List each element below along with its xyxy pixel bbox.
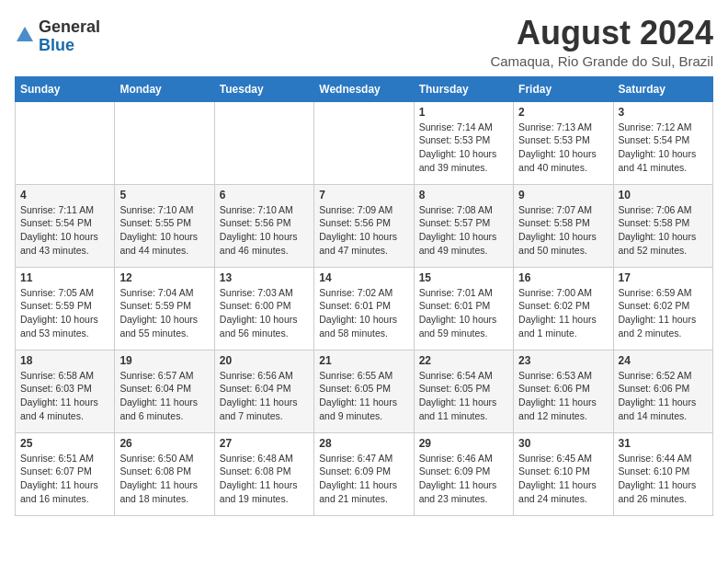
logo-icon xyxy=(15,25,35,45)
cell-content: Sunrise: 6:56 AMSunset: 6:04 PMDaylight:… xyxy=(220,369,309,423)
cell-content: Sunrise: 7:00 AMSunset: 6:02 PMDaylight:… xyxy=(518,286,608,340)
cell-content: Sunrise: 7:02 AMSunset: 6:01 PMDaylight:… xyxy=(319,286,408,340)
day-number: 3 xyxy=(619,106,708,119)
header-sunday: Sunday xyxy=(16,76,115,101)
title-section: August 2024 Camaqua, Rio Grande do Sul, … xyxy=(490,15,713,69)
cell-content: Sunrise: 7:06 AMSunset: 5:58 PMDaylight:… xyxy=(619,203,708,258)
day-number: 19 xyxy=(119,354,209,367)
cell-content: Sunrise: 6:58 AMSunset: 6:03 PMDaylight:… xyxy=(20,369,109,423)
cell-content: Sunrise: 6:52 AMSunset: 6:06 PMDaylight:… xyxy=(619,369,708,423)
cell-content: Sunrise: 7:05 AMSunset: 5:59 PMDaylight:… xyxy=(20,286,109,340)
calendar-week-1: 1Sunrise: 7:14 AMSunset: 5:53 PMDaylight… xyxy=(16,101,713,184)
calendar-cell: 31Sunrise: 6:44 AMSunset: 6:10 PMDayligh… xyxy=(613,432,712,515)
calendar-cell: 13Sunrise: 7:03 AMSunset: 6:00 PMDayligh… xyxy=(214,267,313,350)
calendar-week-2: 4Sunrise: 7:11 AMSunset: 5:54 PMDaylight… xyxy=(16,184,713,267)
day-number: 5 xyxy=(119,189,209,201)
calendar-cell: 11Sunrise: 7:05 AMSunset: 5:59 PMDayligh… xyxy=(16,267,115,350)
calendar-cell: 23Sunrise: 6:53 AMSunset: 6:06 PMDayligh… xyxy=(514,350,613,432)
page-header: General Blue August 2024 Camaqua, Rio Gr… xyxy=(15,15,713,69)
day-number: 11 xyxy=(20,271,109,284)
calendar-cell: 24Sunrise: 6:52 AMSunset: 6:06 PMDayligh… xyxy=(613,350,712,432)
calendar-cell: 18Sunrise: 6:58 AMSunset: 6:03 PMDayligh… xyxy=(16,350,115,432)
calendar-cell: 14Sunrise: 7:02 AMSunset: 6:01 PMDayligh… xyxy=(314,267,414,350)
cell-content: Sunrise: 7:12 AMSunset: 5:54 PMDaylight:… xyxy=(619,121,708,175)
day-number: 9 xyxy=(518,189,608,201)
cell-content: Sunrise: 7:04 AMSunset: 5:59 PMDaylight:… xyxy=(119,286,209,340)
day-number: 14 xyxy=(319,271,408,284)
calendar-week-3: 11Sunrise: 7:05 AMSunset: 5:59 PMDayligh… xyxy=(16,267,713,350)
calendar-cell: 6Sunrise: 7:10 AMSunset: 5:56 PMDaylight… xyxy=(214,184,313,267)
cell-content: Sunrise: 7:09 AMSunset: 5:56 PMDaylight:… xyxy=(319,203,408,258)
calendar-cell xyxy=(16,101,115,184)
header-tuesday: Tuesday xyxy=(214,76,313,101)
cell-content: Sunrise: 7:07 AMSunset: 5:58 PMDaylight:… xyxy=(518,203,608,258)
calendar-cell: 22Sunrise: 6:54 AMSunset: 6:05 PMDayligh… xyxy=(414,350,513,432)
cell-content: Sunrise: 6:46 AMSunset: 6:09 PMDaylight:… xyxy=(419,452,508,506)
calendar-cell xyxy=(214,101,313,184)
calendar-week-5: 25Sunrise: 6:51 AMSunset: 6:07 PMDayligh… xyxy=(16,432,713,515)
header-thursday: Thursday xyxy=(414,76,513,101)
calendar-cell xyxy=(314,101,414,184)
calendar-cell: 27Sunrise: 6:48 AMSunset: 6:08 PMDayligh… xyxy=(214,432,313,515)
day-number: 13 xyxy=(220,271,309,284)
cell-content: Sunrise: 6:45 AMSunset: 6:10 PMDaylight:… xyxy=(518,452,608,506)
day-number: 4 xyxy=(20,189,109,201)
calendar-cell: 17Sunrise: 6:59 AMSunset: 6:02 PMDayligh… xyxy=(613,267,712,350)
logo-general: General xyxy=(39,18,100,37)
logo: General Blue xyxy=(15,18,100,55)
day-number: 31 xyxy=(619,437,708,450)
day-number: 6 xyxy=(220,189,309,201)
cell-content: Sunrise: 7:10 AMSunset: 5:55 PMDaylight:… xyxy=(119,203,209,258)
calendar-cell: 9Sunrise: 7:07 AMSunset: 5:58 PMDaylight… xyxy=(514,184,613,267)
cell-content: Sunrise: 6:47 AMSunset: 6:09 PMDaylight:… xyxy=(319,452,408,506)
calendar-cell: 25Sunrise: 6:51 AMSunset: 6:07 PMDayligh… xyxy=(16,432,115,515)
calendar-cell: 3Sunrise: 7:12 AMSunset: 5:54 PMDaylight… xyxy=(613,101,712,184)
cell-content: Sunrise: 6:59 AMSunset: 6:02 PMDaylight:… xyxy=(619,286,708,340)
location: Camaqua, Rio Grande do Sul, Brazil xyxy=(490,53,713,69)
calendar-cell: 29Sunrise: 6:46 AMSunset: 6:09 PMDayligh… xyxy=(414,432,513,515)
header-wednesday: Wednesday xyxy=(314,76,414,101)
day-number: 2 xyxy=(518,106,608,119)
cell-content: Sunrise: 7:03 AMSunset: 6:00 PMDaylight:… xyxy=(220,286,309,340)
calendar-cell: 1Sunrise: 7:14 AMSunset: 5:53 PMDaylight… xyxy=(414,101,513,184)
calendar-cell: 2Sunrise: 7:13 AMSunset: 5:53 PMDaylight… xyxy=(514,101,613,184)
day-number: 22 xyxy=(419,354,508,367)
cell-content: Sunrise: 6:51 AMSunset: 6:07 PMDaylight:… xyxy=(20,452,109,506)
calendar-cell: 15Sunrise: 7:01 AMSunset: 6:01 PMDayligh… xyxy=(414,267,513,350)
cell-content: Sunrise: 7:13 AMSunset: 5:53 PMDaylight:… xyxy=(518,121,608,175)
cell-content: Sunrise: 6:57 AMSunset: 6:04 PMDaylight:… xyxy=(119,369,209,423)
calendar-cell: 12Sunrise: 7:04 AMSunset: 5:59 PMDayligh… xyxy=(115,267,214,350)
calendar-cell: 16Sunrise: 7:00 AMSunset: 6:02 PMDayligh… xyxy=(514,267,613,350)
calendar-header-row: SundayMondayTuesdayWednesdayThursdayFrid… xyxy=(16,76,713,101)
calendar-table: SundayMondayTuesdayWednesdayThursdayFrid… xyxy=(15,76,713,516)
calendar-cell xyxy=(115,101,214,184)
calendar-cell: 30Sunrise: 6:45 AMSunset: 6:10 PMDayligh… xyxy=(514,432,613,515)
day-number: 16 xyxy=(518,271,608,284)
cell-content: Sunrise: 6:50 AMSunset: 6:08 PMDaylight:… xyxy=(119,452,209,506)
logo-blue: Blue xyxy=(39,37,100,55)
day-number: 18 xyxy=(20,354,109,367)
cell-content: Sunrise: 7:11 AMSunset: 5:54 PMDaylight:… xyxy=(20,203,109,258)
day-number: 29 xyxy=(419,437,508,450)
cell-content: Sunrise: 6:44 AMSunset: 6:10 PMDaylight:… xyxy=(619,452,708,506)
day-number: 30 xyxy=(518,437,608,450)
calendar-cell: 21Sunrise: 6:55 AMSunset: 6:05 PMDayligh… xyxy=(314,350,414,432)
calendar-cell: 28Sunrise: 6:47 AMSunset: 6:09 PMDayligh… xyxy=(314,432,414,515)
cell-content: Sunrise: 7:08 AMSunset: 5:57 PMDaylight:… xyxy=(419,203,508,258)
cell-content: Sunrise: 6:54 AMSunset: 6:05 PMDaylight:… xyxy=(419,369,508,423)
day-number: 8 xyxy=(419,189,508,201)
header-saturday: Saturday xyxy=(613,76,712,101)
calendar-cell: 5Sunrise: 7:10 AMSunset: 5:55 PMDaylight… xyxy=(115,184,214,267)
calendar-cell: 20Sunrise: 6:56 AMSunset: 6:04 PMDayligh… xyxy=(214,350,313,432)
cell-content: Sunrise: 7:10 AMSunset: 5:56 PMDaylight:… xyxy=(220,203,309,258)
day-number: 26 xyxy=(119,437,209,450)
calendar-cell: 19Sunrise: 6:57 AMSunset: 6:04 PMDayligh… xyxy=(115,350,214,432)
calendar-cell: 4Sunrise: 7:11 AMSunset: 5:54 PMDaylight… xyxy=(16,184,115,267)
cell-content: Sunrise: 6:55 AMSunset: 6:05 PMDaylight:… xyxy=(319,369,408,423)
svg-marker-0 xyxy=(17,27,33,41)
day-number: 17 xyxy=(619,271,708,284)
cell-content: Sunrise: 6:48 AMSunset: 6:08 PMDaylight:… xyxy=(220,452,309,506)
calendar-cell: 7Sunrise: 7:09 AMSunset: 5:56 PMDaylight… xyxy=(314,184,414,267)
cell-content: Sunrise: 6:53 AMSunset: 6:06 PMDaylight:… xyxy=(518,369,608,423)
header-friday: Friday xyxy=(514,76,613,101)
